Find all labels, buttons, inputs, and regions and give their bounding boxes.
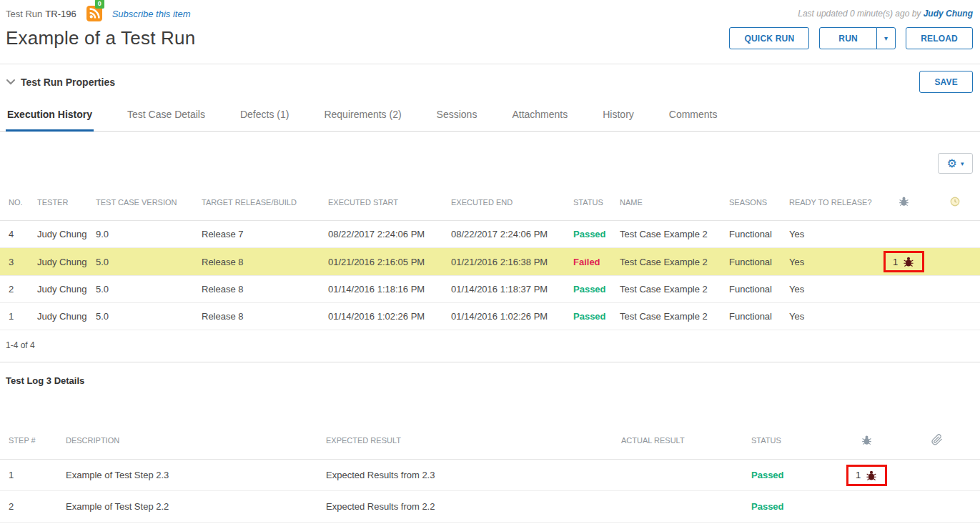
cell-defects (878, 276, 930, 303)
tab-defects[interactable]: Defects (1) (239, 99, 290, 132)
run-button[interactable]: RUN (819, 27, 877, 49)
table-row[interactable]: 2 Example of Test Step 2.2 Expected Resu… (0, 491, 980, 523)
cell-step: 2 (0, 491, 61, 523)
properties-collapse-toggle[interactable]: Test Run Properties (6, 76, 115, 88)
cell-execution-time (930, 221, 980, 248)
cell-status: Failed (569, 248, 615, 276)
cell-seasons: Functional (725, 248, 785, 276)
caret-down-icon: ▾ (884, 34, 888, 42)
status-badge: Passed (751, 470, 784, 480)
cell-release: Release 7 (197, 221, 324, 248)
col-status: STATUS (747, 422, 840, 460)
tab-test-case-details[interactable]: Test Case Details (126, 99, 207, 132)
table-row[interactable]: 1 Example of Test Step 2.3 Expected Resu… (0, 460, 980, 491)
col-ready-to-release: READY TO RELEASE? (785, 184, 878, 221)
cell-execution-time (930, 303, 980, 330)
tab-attachments[interactable]: Attachments (510, 99, 569, 132)
col-expected-result: EXPECTED RESULT (322, 422, 617, 460)
cell-tester: Judy Chung (33, 276, 91, 303)
bug-icon (902, 255, 915, 268)
col-executed-start: EXECUTED START (324, 184, 447, 221)
table-row[interactable]: 4 Judy Chung 9.0 Release 7 08/22/2017 2:… (0, 221, 980, 248)
cell-name: Test Case Example 2 (615, 303, 725, 330)
cell-no: 1 (0, 303, 33, 330)
cell-seasons: Functional (725, 276, 785, 303)
page-title: Example of a Test Run (6, 27, 195, 49)
cell-attachments (894, 491, 980, 523)
cell-name: Test Case Example 2 (615, 221, 725, 248)
cell-tester: Judy Chung (33, 221, 91, 248)
tab-sessions[interactable]: Sessions (435, 99, 479, 132)
reload-button[interactable]: RELOAD (906, 27, 973, 49)
status-badge: Passed (751, 501, 784, 512)
execution-history-table: NO. TESTER TEST CASE VERSION TARGET RELE… (0, 184, 980, 330)
caret-down-icon: ▾ (961, 160, 964, 167)
test-log-title: Test Log 3 Details (0, 375, 980, 386)
subscribe-link[interactable]: Subscribe this item (112, 9, 191, 19)
cell-actual (617, 460, 747, 491)
tab-history[interactable]: History (601, 99, 635, 132)
tab-execution-history[interactable]: Execution History (6, 99, 94, 132)
item-type-label: Test Run (6, 9, 42, 19)
cell-defects (878, 221, 930, 248)
cell-execution-time (930, 276, 980, 303)
defect-annotation-box: 1 (846, 465, 887, 486)
col-executed-end: EXECUTED END (447, 184, 569, 221)
col-actual-result: ACTUAL RESULT (617, 422, 747, 460)
cell-ready: Yes (785, 276, 878, 303)
cell-no: 2 (0, 276, 33, 303)
item-breadcrumb: Test Run TR-196 0 Subscribe this item (6, 6, 191, 21)
bug-icon (865, 469, 878, 482)
table-row[interactable]: 2 Judy Chung 5.0 Release 8 01/14/2016 1:… (0, 276, 980, 303)
properties-section-header: Test Run Properties SAVE (0, 64, 980, 99)
cell-status: Passed (747, 460, 840, 491)
tab-comments[interactable]: Comments (668, 99, 719, 132)
cell-description: Example of Test Step 2.3 (61, 460, 322, 491)
quick-run-button[interactable]: QUICK RUN (729, 27, 809, 49)
cell-status: Passed (569, 303, 615, 330)
col-name: NAME (615, 184, 725, 221)
cell-end: 01/14/2016 1:02:26 PM (447, 303, 569, 330)
cell-start: 08/22/2017 2:24:06 PM (324, 221, 447, 248)
action-buttons: QUICK RUN RUN ▾ RELOAD (729, 27, 973, 49)
test-log-table: STEP # DESCRIPTION EXPECTED RESULT ACTUA… (0, 422, 980, 523)
tab-requirements[interactable]: Requirements (2) (322, 99, 402, 132)
cell-ready: Yes (785, 221, 878, 248)
cell-attachments (894, 460, 980, 491)
save-button[interactable]: SAVE (919, 71, 973, 93)
cell-status: Passed (569, 221, 615, 248)
col-test-case-version: TEST CASE VERSION (91, 184, 197, 221)
cell-ready: Yes (785, 303, 878, 330)
grid-settings-button[interactable]: ⚙ ▾ (938, 153, 973, 174)
table-row[interactable]: 1 Judy Chung 5.0 Release 8 01/14/2016 1:… (0, 303, 980, 330)
notification-badge: 0 (95, 0, 104, 9)
title-row: Example of a Test Run QUICK RUN RUN ▾ RE… (0, 21, 980, 64)
cell-version: 5.0 (91, 303, 197, 330)
cell-actual (617, 491, 747, 523)
table-row[interactable]: 3 Judy Chung 5.0 Release 8 01/21/2016 2:… (0, 248, 980, 276)
col-no: NO. (0, 184, 33, 221)
last-updated-user[interactable]: Judy Chung (924, 9, 973, 19)
status-badge: Passed (573, 229, 606, 239)
status-badge: Failed (573, 257, 600, 267)
col-step: STEP # (0, 422, 61, 460)
defect-link[interactable]: 1 (856, 469, 878, 482)
cell-execution-time (930, 248, 980, 276)
cell-expected: Expected Results from 2.2 (322, 491, 617, 523)
defect-count: 1 (893, 257, 898, 267)
status-badge: Passed (573, 284, 606, 295)
last-updated-text: Last updated 0 minute(s) ago by (798, 9, 921, 19)
cell-defects: 1 (878, 248, 930, 276)
item-id: TR-196 (45, 9, 76, 19)
test-log-section: Test Log 3 Details STEP # DESCRIPTION EX… (0, 362, 980, 523)
run-dropdown-button[interactable]: ▾ (876, 27, 896, 49)
defect-annotation-box: 1 (884, 251, 924, 272)
cell-defects (878, 303, 930, 330)
defect-link[interactable]: 1 (893, 255, 915, 268)
col-seasons: SEASONS (725, 184, 785, 221)
col-attachments (894, 422, 980, 460)
col-defects (840, 422, 894, 460)
rss-feed-button[interactable]: 0 (86, 6, 102, 21)
cell-seasons: Functional (725, 221, 785, 248)
cell-start: 01/14/2016 1:02:26 PM (324, 303, 447, 330)
